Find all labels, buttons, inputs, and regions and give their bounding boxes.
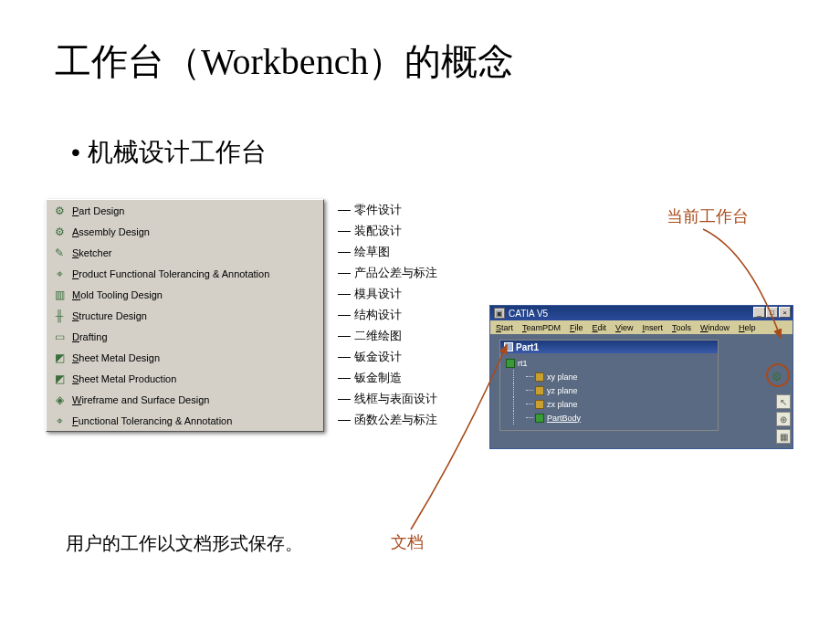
tree-item-label: zx plane (547, 400, 578, 409)
minimize-button[interactable]: _ (753, 307, 765, 318)
toolbar-misc-icon[interactable]: ▦ (776, 429, 791, 444)
document-icon (504, 342, 513, 351)
plane-icon (535, 386, 544, 395)
annotation-current-workbench: 当前工作台 (667, 205, 749, 227)
tree-item-label: PartBody (547, 414, 581, 423)
plane-icon (535, 400, 544, 409)
menu-item-wireframe-and-surface-design[interactable]: ◈Wireframe and Surface Design (47, 389, 323, 410)
workbench-icon: ⚙ (50, 224, 68, 240)
tree-root-label: rt1 (518, 359, 528, 368)
window-controls: _ □ × (753, 307, 791, 318)
menu-item-label: Wireframe and Surface Design (72, 394, 209, 405)
toolbar-select-icon[interactable]: ↖ (776, 394, 791, 409)
menu-item-label: Drafting (72, 331, 108, 342)
workbench-icon: ◈ (50, 392, 68, 408)
menu-help[interactable]: Help (739, 323, 756, 332)
menu-translation: 绘草图 (338, 241, 484, 262)
menu-translation: 结构设计 (338, 304, 484, 325)
menu-translation: 产品公差与标注 (338, 262, 484, 283)
menu-item-sketcher[interactable]: ✎Sketcher (47, 242, 323, 263)
plane-icon (535, 372, 544, 382)
catia-app-icon: ▣ (494, 308, 505, 319)
catia-body: Part1 rt1 xy planeyz planezx planePartBo… (490, 334, 793, 448)
gear-icon (506, 359, 515, 368)
tree-item[interactable]: xy plane (506, 370, 712, 383)
menu-item-product-functional-tolerancing-annotation[interactable]: ⌖Product Functional Tolerancing & Annota… (47, 263, 323, 284)
tree-root[interactable]: rt1 (506, 356, 712, 370)
menu-insert[interactable]: Insert (642, 323, 663, 332)
menu-translation: 线框与表面设计 (338, 388, 484, 409)
menu-item-label: Sheet Metal Design (72, 352, 160, 363)
catia-menubar: StartTeamPDMFileEditViewInsertToolsWindo… (490, 320, 793, 334)
workbench-menu: ⚙Part Design⚙Assembly Design✎Sketcher⌖Pr… (46, 199, 324, 432)
workbench-icon: ⚙ (50, 203, 68, 219)
menu-window[interactable]: Window (700, 323, 730, 332)
workbench-icon: ╫ (50, 308, 68, 324)
menu-item-part-design[interactable]: ⚙Part Design (47, 200, 323, 221)
spec-tree: rt1 xy planeyz planezx planePartBody (500, 353, 718, 430)
menu-item-label: Sheet Metal Production (72, 373, 176, 384)
document-subwindow: Part1 rt1 xy planeyz planezx planePartBo… (499, 340, 719, 431)
tree-item-label: xy plane (547, 372, 578, 382)
current-workbench-icon[interactable]: ⚙ (770, 369, 784, 383)
workbench-icon: ⌖ (50, 413, 68, 429)
menu-item-label: Sketcher (72, 247, 111, 258)
menu-tools[interactable]: Tools (672, 323, 691, 332)
slide-title: 工作台（Workbench）的概念 (55, 37, 514, 87)
workbench-icon: ✎ (50, 245, 68, 261)
menu-teampdm[interactable]: TeamPDM (522, 323, 561, 332)
menu-translation: 函数公差与标注 (338, 409, 484, 430)
menu-translation: 钣金设计 (338, 346, 484, 367)
menu-translation: 钣金制造 (338, 367, 484, 388)
workbench-icon: ◩ (50, 350, 68, 366)
bottom-caption: 用户的工作以文档形式保存。 (66, 531, 303, 556)
bullet-mechanical-design: 机械设计工作台 (71, 135, 267, 170)
workbench-icon: ▭ (50, 329, 68, 345)
menu-item-structure-design[interactable]: ╫Structure Design (47, 305, 323, 326)
menu-translation: 模具设计 (338, 283, 484, 304)
tree-item[interactable]: zx plane (506, 397, 712, 411)
catia-titlebar: ▣ CATIA V5 _ □ × (490, 306, 793, 320)
annotation-document: 文档 (391, 531, 424, 553)
menu-edit[interactable]: Edit (593, 323, 607, 332)
menu-translation: 装配设计 (338, 220, 484, 241)
menu-item-sheet-metal-production[interactable]: ◩Sheet Metal Production (47, 368, 323, 389)
menu-view[interactable]: View (615, 323, 633, 332)
menu-item-mold-tooling-design[interactable]: ▥Mold Tooling Design (47, 284, 323, 305)
menu-item-label: Part Design (72, 205, 124, 216)
tree-item-label: yz plane (547, 386, 578, 395)
menu-item-label: Functional Tolerancing & Annotation (72, 415, 232, 426)
menu-item-label: Product Functional Tolerancing & Annotat… (72, 268, 269, 279)
menu-item-drafting[interactable]: ▭Drafting (47, 326, 323, 347)
menu-item-label: Assembly Design (72, 226, 150, 237)
workbench-icon: ◩ (50, 371, 68, 387)
workbench-icon: ▥ (50, 287, 68, 303)
close-button[interactable]: × (779, 307, 791, 318)
catia-window: ▣ CATIA V5 _ □ × StartTeamPDMFileEditVie… (489, 305, 793, 449)
tree-item[interactable]: yz plane (506, 383, 712, 397)
catia-title-text: CATIA V5 (509, 309, 548, 319)
workbench-label-column: 零件设计装配设计绘草图产品公差与标注模具设计结构设计二维绘图钣金设计钣金制造线框… (338, 199, 484, 430)
menu-file[interactable]: File (570, 323, 583, 332)
workbench-icon: ⌖ (50, 266, 68, 282)
menu-item-functional-tolerancing-annotation[interactable]: ⌖Functional Tolerancing & Annotation (47, 410, 323, 431)
menu-item-assembly-design[interactable]: ⚙Assembly Design (47, 221, 323, 242)
toolbar-compass-icon[interactable]: ⊕ (776, 412, 791, 426)
tree-item[interactable]: PartBody (506, 411, 712, 425)
document-titlebar: Part1 (500, 341, 718, 353)
menu-start[interactable]: Start (496, 323, 513, 332)
menu-item-label: Mold Tooling Design (72, 289, 163, 300)
side-toolbar: ↖ ⊕ ▦ (776, 394, 791, 444)
menu-item-sheet-metal-design[interactable]: ◩Sheet Metal Design (47, 347, 323, 368)
menu-translation: 零件设计 (338, 199, 484, 220)
body-icon (535, 414, 544, 423)
menu-item-label: Structure Design (72, 310, 147, 321)
document-title-text: Part1 (516, 342, 539, 352)
maximize-button[interactable]: □ (766, 307, 778, 318)
menu-translation: 二维绘图 (338, 325, 484, 346)
